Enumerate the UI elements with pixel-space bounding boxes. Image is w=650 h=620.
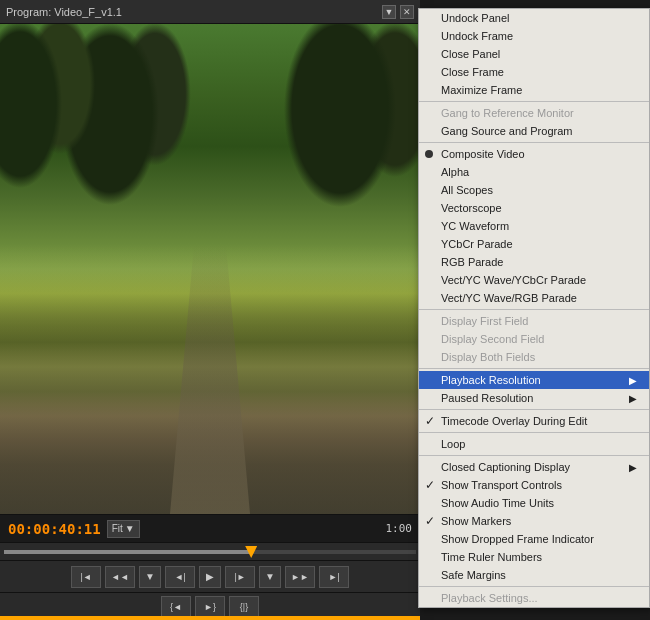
submenu-arrow-icon: ▶ — [629, 375, 637, 386]
menu-item-disp-both: Display Both Fields — [419, 348, 649, 366]
check-icon: ✓ — [425, 478, 435, 492]
menu-item-label-paused-res: Paused Resolution — [441, 392, 533, 404]
menu-item-label-playback-settings: Playback Settings... — [441, 592, 538, 604]
menu-item-ruler-numbers[interactable]: Time Ruler Numbers — [419, 548, 649, 566]
menu-item-label-maximize-frame: Maximize Frame — [441, 84, 522, 96]
menu-item-timecode-overlay[interactable]: ✓Timecode Overlay During Edit — [419, 412, 649, 430]
menu-item-label-disp-second: Display Second Field — [441, 333, 544, 345]
menu-item-label-composite: Composite Video — [441, 148, 525, 160]
progress-track — [4, 550, 416, 554]
menu-item-label-disp-both: Display Both Fields — [441, 351, 535, 363]
menu-item-label-dropped-frame: Show Dropped Frame Indicator — [441, 533, 594, 545]
menu-item-close-panel[interactable]: Close Panel — [419, 45, 649, 63]
menu-item-dropped-frame[interactable]: Show Dropped Frame Indicator — [419, 530, 649, 548]
menu-item-label-gang-source: Gang Source and Program — [441, 125, 572, 137]
panel-close-button[interactable]: ✕ — [400, 5, 414, 19]
fit-select[interactable]: Fit ▼ — [107, 520, 140, 538]
menu-item-paused-res[interactable]: Paused Resolution▶ — [419, 389, 649, 407]
menu-item-rgb-parade[interactable]: RGB Parade — [419, 253, 649, 271]
menu-item-label-undock-panel: Undock Panel — [441, 12, 510, 24]
step-fwd-button[interactable]: ►| — [319, 566, 349, 588]
rewind-button[interactable]: ◄| — [165, 566, 195, 588]
menu-item-transport-controls[interactable]: ✓Show Transport Controls — [419, 476, 649, 494]
menu-separator-18 — [419, 309, 649, 310]
menu-item-label-undock-frame: Undock Frame — [441, 30, 513, 42]
menu-item-safe-margins[interactable]: Safe Margins — [419, 566, 649, 584]
menu-item-label-close-panel: Close Panel — [441, 48, 500, 60]
video-area — [0, 24, 420, 514]
jkl-right-button[interactable]: ►} — [195, 596, 225, 618]
menu-separator-27 — [419, 432, 649, 433]
step-back-button[interactable]: |◄ — [71, 566, 101, 588]
menu-item-label-safe-margins: Safe Margins — [441, 569, 506, 581]
menu-item-label-transport-controls: Show Transport Controls — [441, 479, 562, 491]
menu-item-close-frame[interactable]: Close Frame — [419, 63, 649, 81]
menu-item-yc-waveform[interactable]: YC Waveform — [419, 217, 649, 235]
timecode-display: 00:00:40:11 — [8, 521, 101, 537]
play-button[interactable]: ▶ — [199, 566, 221, 588]
menu-item-disp-first: Display First Field — [419, 312, 649, 330]
menu-item-audio-units[interactable]: Show Audio Time Units — [419, 494, 649, 512]
menu-item-label-disp-first: Display First Field — [441, 315, 528, 327]
menu-separator-8 — [419, 142, 649, 143]
context-menu: Undock PanelUndock FrameClose PanelClose… — [418, 8, 650, 608]
fwd-button[interactable]: |► — [225, 566, 255, 588]
menu-separator-25 — [419, 409, 649, 410]
menu-item-playback-res[interactable]: Playback Resolution▶Full1/21/41/81/16 — [419, 371, 649, 389]
check-icon: ✓ — [425, 514, 435, 528]
right-timecode: 1:00 — [386, 522, 413, 535]
menu-item-vect-rgb[interactable]: Vect/YC Wave/RGB Parade — [419, 289, 649, 307]
next-frame-button[interactable]: ►► — [285, 566, 315, 588]
road-path — [170, 245, 250, 515]
menu-item-vectorscope[interactable]: Vectorscope — [419, 199, 649, 217]
menu-item-label-alpha: Alpha — [441, 166, 469, 178]
check-icon: ✓ — [425, 414, 435, 428]
menu-item-label-audio-units: Show Audio Time Units — [441, 497, 554, 509]
menu-item-playback-settings: Playback Settings... — [419, 589, 649, 607]
jkl-left-button[interactable]: {◄ — [161, 596, 191, 618]
menu-item-closed-caption[interactable]: Closed Captioning Display▶ — [419, 458, 649, 476]
menu-item-label-gang-ref: Gang to Reference Monitor — [441, 107, 574, 119]
video-panel: Program: Video_F_v1.1 ▼ ✕ 00:00:40:11 Fi… — [0, 0, 420, 620]
progress-fill — [4, 550, 251, 554]
progress-bar-area[interactable] — [0, 542, 420, 560]
menu-separator-29 — [419, 455, 649, 456]
menu-item-label-playback-res: Playback Resolution — [441, 374, 541, 386]
menu-separator-22 — [419, 368, 649, 369]
bottom-accent-strip — [0, 616, 420, 620]
shuttle-button[interactable]: {|} — [229, 596, 259, 618]
panel-title: Program: Video_F_v1.1 — [6, 6, 378, 18]
menu-item-label-vect-yc: Vect/YC Wave/YCbCr Parade — [441, 274, 586, 286]
menu-item-loop[interactable]: Loop — [419, 435, 649, 453]
menu-item-vect-yc[interactable]: Vect/YC Wave/YCbCr Parade — [419, 271, 649, 289]
menu-item-label-closed-caption: Closed Captioning Display — [441, 461, 570, 473]
submenu-arrow-icon: ▶ — [629, 393, 637, 404]
transport-bar: |◄ ◄◄ ▼ ◄| ▶ |► ▼ ►► ►| — [0, 560, 420, 592]
menu-item-ycbcr-parade[interactable]: YCbCr Parade — [419, 235, 649, 253]
menu-item-label-all-scopes: All Scopes — [441, 184, 493, 196]
menu-item-label-yc-waveform: YC Waveform — [441, 220, 509, 232]
menu-item-label-vectorscope: Vectorscope — [441, 202, 502, 214]
prev-edit-button[interactable]: ▼ — [139, 566, 161, 588]
menu-item-maximize-frame[interactable]: Maximize Frame — [419, 81, 649, 99]
menu-item-undock-frame[interactable]: Undock Frame — [419, 27, 649, 45]
menu-item-label-ruler-numbers: Time Ruler Numbers — [441, 551, 542, 563]
menu-item-composite[interactable]: Composite Video — [419, 145, 649, 163]
prev-frame-button[interactable]: ◄◄ — [105, 566, 135, 588]
menu-item-label-rgb-parade: RGB Parade — [441, 256, 503, 268]
menu-item-gang-source[interactable]: Gang Source and Program — [419, 122, 649, 140]
menu-item-all-scopes[interactable]: All Scopes — [419, 181, 649, 199]
next-edit-button[interactable]: ▼ — [259, 566, 281, 588]
menu-item-label-ycbcr-parade: YCbCr Parade — [441, 238, 513, 250]
menu-item-label-vect-rgb: Vect/YC Wave/RGB Parade — [441, 292, 577, 304]
bullet-icon — [425, 150, 433, 158]
submenu-arrow-icon: ▶ — [629, 462, 637, 473]
menu-separator-5 — [419, 101, 649, 102]
road-overlay — [0, 245, 420, 515]
menu-item-disp-second: Display Second Field — [419, 330, 649, 348]
panel-menu-button[interactable]: ▼ — [382, 5, 396, 19]
menu-item-alpha[interactable]: Alpha — [419, 163, 649, 181]
menu-item-undock-panel[interactable]: Undock Panel — [419, 9, 649, 27]
menu-item-markers[interactable]: ✓Show Markers — [419, 512, 649, 530]
menu-item-label-timecode-overlay: Timecode Overlay During Edit — [441, 415, 587, 427]
